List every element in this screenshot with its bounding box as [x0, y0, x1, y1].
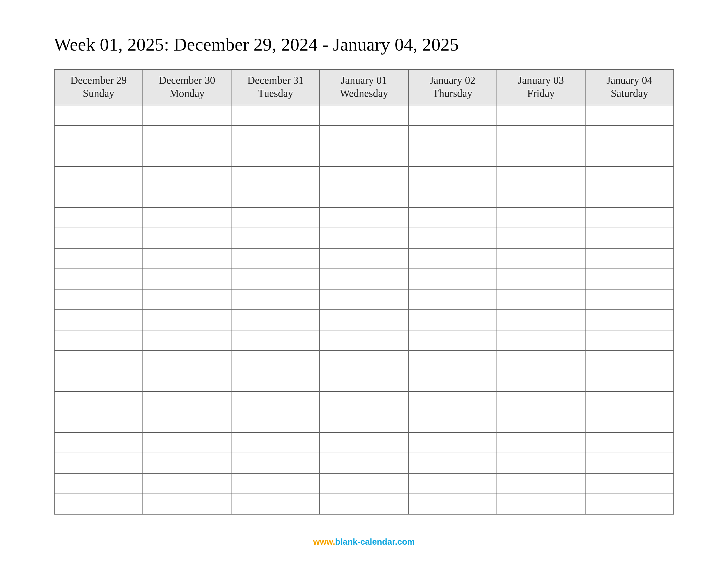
calendar-cell[interactable]: [497, 269, 585, 289]
calendar-cell[interactable]: [408, 494, 497, 514]
calendar-cell[interactable]: [408, 105, 497, 126]
calendar-cell[interactable]: [54, 412, 143, 432]
calendar-cell[interactable]: [143, 146, 231, 167]
calendar-cell[interactable]: [320, 310, 408, 330]
calendar-cell[interactable]: [408, 167, 497, 187]
calendar-cell[interactable]: [231, 310, 320, 330]
calendar-cell[interactable]: [497, 289, 585, 310]
calendar-cell[interactable]: [54, 432, 143, 453]
calendar-cell[interactable]: [143, 187, 231, 208]
calendar-cell[interactable]: [143, 453, 231, 473]
calendar-cell[interactable]: [143, 167, 231, 187]
calendar-cell[interactable]: [143, 391, 231, 412]
calendar-cell[interactable]: [231, 146, 320, 167]
calendar-cell[interactable]: [54, 187, 143, 208]
calendar-cell[interactable]: [320, 228, 408, 248]
calendar-cell[interactable]: [320, 391, 408, 412]
calendar-cell[interactable]: [143, 208, 231, 228]
calendar-cell[interactable]: [231, 432, 320, 453]
calendar-cell[interactable]: [497, 248, 585, 269]
calendar-cell[interactable]: [497, 146, 585, 167]
calendar-cell[interactable]: [320, 453, 408, 473]
calendar-cell[interactable]: [143, 228, 231, 248]
calendar-cell[interactable]: [54, 126, 143, 146]
calendar-cell[interactable]: [54, 146, 143, 167]
calendar-cell[interactable]: [585, 208, 674, 228]
calendar-cell[interactable]: [143, 371, 231, 391]
calendar-cell[interactable]: [143, 248, 231, 269]
calendar-cell[interactable]: [408, 371, 497, 391]
calendar-cell[interactable]: [408, 350, 497, 371]
calendar-cell[interactable]: [497, 350, 585, 371]
calendar-cell[interactable]: [497, 330, 585, 350]
footer-link[interactable]: www.blank-calendar.com: [0, 537, 728, 547]
calendar-cell[interactable]: [320, 126, 408, 146]
calendar-cell[interactable]: [585, 391, 674, 412]
calendar-cell[interactable]: [585, 187, 674, 208]
calendar-cell[interactable]: [408, 269, 497, 289]
calendar-cell[interactable]: [585, 494, 674, 514]
calendar-cell[interactable]: [497, 167, 585, 187]
calendar-cell[interactable]: [585, 453, 674, 473]
calendar-cell[interactable]: [497, 126, 585, 146]
calendar-cell[interactable]: [231, 391, 320, 412]
calendar-cell[interactable]: [143, 289, 231, 310]
calendar-cell[interactable]: [408, 126, 497, 146]
calendar-cell[interactable]: [231, 187, 320, 208]
calendar-cell[interactable]: [231, 167, 320, 187]
calendar-cell[interactable]: [143, 310, 231, 330]
calendar-cell[interactable]: [320, 494, 408, 514]
calendar-cell[interactable]: [320, 371, 408, 391]
calendar-cell[interactable]: [585, 289, 674, 310]
calendar-cell[interactable]: [408, 146, 497, 167]
calendar-cell[interactable]: [54, 289, 143, 310]
calendar-cell[interactable]: [231, 228, 320, 248]
calendar-cell[interactable]: [231, 269, 320, 289]
calendar-cell[interactable]: [320, 289, 408, 310]
calendar-cell[interactable]: [54, 248, 143, 269]
calendar-cell[interactable]: [231, 494, 320, 514]
calendar-cell[interactable]: [585, 371, 674, 391]
calendar-cell[interactable]: [231, 350, 320, 371]
calendar-cell[interactable]: [231, 105, 320, 126]
calendar-cell[interactable]: [320, 105, 408, 126]
calendar-cell[interactable]: [143, 432, 231, 453]
calendar-cell[interactable]: [497, 310, 585, 330]
calendar-cell[interactable]: [320, 248, 408, 269]
calendar-cell[interactable]: [320, 208, 408, 228]
calendar-cell[interactable]: [231, 248, 320, 269]
calendar-cell[interactable]: [54, 350, 143, 371]
calendar-cell[interactable]: [320, 412, 408, 432]
calendar-cell[interactable]: [585, 432, 674, 453]
calendar-cell[interactable]: [497, 371, 585, 391]
calendar-cell[interactable]: [54, 391, 143, 412]
calendar-cell[interactable]: [585, 146, 674, 167]
calendar-cell[interactable]: [585, 248, 674, 269]
calendar-cell[interactable]: [585, 269, 674, 289]
calendar-cell[interactable]: [408, 330, 497, 350]
calendar-cell[interactable]: [497, 412, 585, 432]
calendar-cell[interactable]: [54, 330, 143, 350]
calendar-cell[interactable]: [585, 350, 674, 371]
calendar-cell[interactable]: [231, 453, 320, 473]
calendar-cell[interactable]: [497, 208, 585, 228]
calendar-cell[interactable]: [408, 248, 497, 269]
calendar-cell[interactable]: [54, 269, 143, 289]
calendar-cell[interactable]: [585, 330, 674, 350]
calendar-cell[interactable]: [320, 167, 408, 187]
calendar-cell[interactable]: [408, 453, 497, 473]
calendar-cell[interactable]: [408, 310, 497, 330]
calendar-cell[interactable]: [54, 494, 143, 514]
calendar-cell[interactable]: [320, 187, 408, 208]
calendar-cell[interactable]: [231, 330, 320, 350]
calendar-cell[interactable]: [231, 412, 320, 432]
calendar-cell[interactable]: [54, 453, 143, 473]
calendar-cell[interactable]: [143, 473, 231, 494]
calendar-cell[interactable]: [585, 473, 674, 494]
calendar-cell[interactable]: [408, 208, 497, 228]
calendar-cell[interactable]: [143, 350, 231, 371]
calendar-cell[interactable]: [143, 330, 231, 350]
calendar-cell[interactable]: [585, 228, 674, 248]
calendar-cell[interactable]: [54, 208, 143, 228]
calendar-cell[interactable]: [231, 126, 320, 146]
